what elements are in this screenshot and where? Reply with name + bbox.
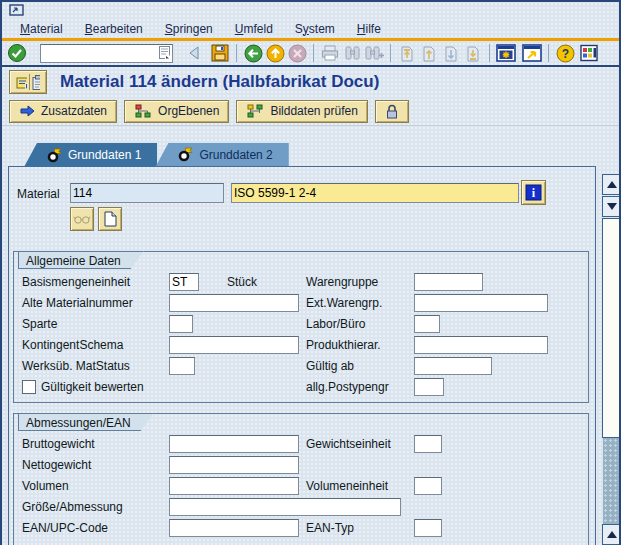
ean-typ-field[interactable] — [414, 519, 442, 537]
services-for-object-button[interactable] — [9, 70, 47, 94]
basic-data-icon — [46, 148, 62, 163]
allg-postypengr-field[interactable] — [414, 378, 444, 396]
last-page-button[interactable] — [462, 42, 484, 64]
menu-item-bearbeiten[interactable]: Bearbeiten — [85, 22, 143, 36]
group-header: Abmessungen/EAN — [18, 413, 154, 431]
lock-button[interactable] — [375, 100, 409, 123]
services-for-object-icon — [16, 75, 27, 90]
kontingentschema-field[interactable] — [169, 336, 299, 354]
page-down-button[interactable] — [440, 42, 462, 64]
form-row: Bruttogewicht Gewichtseinheit — [14, 434, 588, 455]
standard-toolbar: ? — [2, 41, 619, 65]
ean-upc-code-field[interactable] — [169, 519, 299, 537]
scroll-down-button[interactable] — [602, 196, 621, 217]
create-shortcut-button[interactable] — [521, 42, 543, 64]
toolbar-separator — [548, 44, 549, 62]
gewichtseinheit-field[interactable] — [414, 435, 442, 453]
werksueb-matstatus-field[interactable] — [169, 357, 195, 375]
form-row: Basismengeneinheit Stück Warengruppe — [14, 272, 588, 293]
application-toolbar: Zusatzdaten OrgEbenen Bilddaten prüfen — [2, 97, 619, 126]
form-row: Gültigkeit bewerten allg.Postypengr — [14, 377, 588, 398]
display-button[interactable] — [70, 207, 94, 231]
volumen-field[interactable] — [169, 477, 299, 495]
menu-item-springen[interactable]: Springen — [165, 22, 213, 36]
toolbar-separator — [489, 44, 490, 62]
help-button[interactable]: ? — [554, 42, 576, 64]
orgebenen-button[interactable]: OrgEbenen — [124, 100, 229, 123]
material-number-field[interactable] — [70, 183, 224, 203]
group-abmessungen-ean: Abmessungen/EAN Bruttogewicht Gewichtsei… — [13, 413, 589, 545]
volumeneinheit-field[interactable] — [414, 477, 442, 495]
gueltig-ab-field[interactable] — [414, 357, 492, 375]
find-next-button[interactable] — [363, 42, 385, 64]
sparte-field[interactable] — [169, 315, 193, 333]
tab-label: Grunddaten 1 — [68, 148, 141, 162]
gueltigkeit-bewerten-checkbox[interactable] — [22, 380, 36, 394]
tab-label: Grunddaten 2 — [199, 148, 272, 162]
groesse-abmessung-field[interactable] — [169, 498, 401, 516]
menu-item-hilfe[interactable]: Hilfe — [357, 22, 381, 36]
produkthierar-field[interactable] — [414, 336, 548, 354]
scrollbar-track[interactable] — [603, 438, 620, 524]
form-row: Größe/Abmessung — [14, 497, 588, 518]
new-session-button[interactable] — [495, 42, 517, 64]
sap-window: Material Bearbeiten Springen Umfeld Syst… — [0, 0, 621, 545]
clipboard-icon — [32, 75, 40, 90]
form-row: Werksüb. MatStatus Gültig ab — [14, 356, 588, 377]
cancel-button[interactable] — [286, 42, 308, 64]
exit-button[interactable] — [264, 42, 286, 64]
form-row: EAN/UPC-Code EAN-Typ — [14, 518, 588, 539]
scrollbar-thumb[interactable] — [602, 218, 621, 438]
system-menu-icon[interactable] — [9, 4, 25, 20]
scroll-bottom-button[interactable] — [602, 524, 621, 545]
tab-strip: Grunddaten 1 Grunddaten 2 — [24, 143, 289, 167]
group-allgemeine-daten: Allgemeine Daten Basismengeneinheit Stüc… — [13, 251, 589, 403]
create-button[interactable] — [98, 207, 122, 231]
basismengeneinheit-field[interactable] — [169, 273, 199, 291]
arrow-right-icon — [19, 104, 35, 118]
check-screen-data-icon — [246, 104, 264, 118]
first-page-button[interactable] — [396, 42, 418, 64]
bilddaten-pruefen-button[interactable]: Bilddaten prüfen — [236, 100, 367, 123]
back-triangle-button[interactable] — [183, 42, 205, 64]
form-row: Nettogewicht — [14, 455, 588, 476]
group-header: Allgemeine Daten — [18, 251, 144, 269]
material-description-field[interactable] — [231, 183, 519, 203]
info-button[interactable]: i — [521, 180, 546, 205]
form-row: KontingentSchema Produkthierar. — [14, 335, 588, 356]
customize-layout-button[interactable] — [578, 42, 600, 64]
svg-text:?: ? — [561, 47, 568, 61]
save-button[interactable] — [209, 42, 231, 64]
page-up-button[interactable] — [418, 42, 440, 64]
print-button[interactable] — [319, 42, 341, 64]
arrow-down-icon — [607, 203, 617, 210]
tab-grunddaten-1[interactable]: Grunddaten 1 — [24, 143, 157, 167]
unit-text: Stück — [227, 275, 257, 289]
ext-warengrp-field[interactable] — [414, 294, 548, 312]
find-button[interactable] — [341, 42, 363, 64]
form-row: Alte Materialnummer Ext.Warengrp. — [14, 293, 588, 314]
tab-grunddaten-2[interactable]: Grunddaten 2 — [155, 143, 288, 167]
vertical-scrollbar — [602, 174, 621, 545]
back-button[interactable] — [242, 42, 264, 64]
menu-item-system[interactable]: System — [295, 22, 335, 36]
basic-data-icon — [177, 147, 193, 162]
arrow-up-icon — [607, 181, 617, 188]
labor-buero-field[interactable] — [414, 315, 440, 333]
zusatzdaten-button[interactable]: Zusatzdaten — [9, 100, 117, 123]
nettogewicht-field[interactable] — [169, 456, 299, 474]
menu-item-umfeld[interactable]: Umfeld — [235, 22, 273, 36]
scroll-up-button[interactable] — [602, 174, 621, 195]
window-titlebar — [2, 2, 619, 19]
menu-bar: Material Bearbeiten Springen Umfeld Syst… — [2, 19, 619, 38]
command-list-icon[interactable] — [159, 46, 170, 62]
warengruppe-field[interactable] — [414, 273, 483, 291]
screen-title: Material 114 ändern (Halbfabrikat Docu) — [60, 72, 379, 92]
enter-button[interactable] — [6, 42, 28, 64]
info-icon: i — [525, 184, 542, 201]
alte-materialnummer-field[interactable] — [169, 294, 299, 312]
bruttogewicht-field[interactable] — [169, 435, 299, 453]
arrow-up-icon — [607, 531, 617, 538]
command-input[interactable] — [40, 44, 173, 63]
menu-item-material[interactable]: Material — [20, 22, 63, 36]
